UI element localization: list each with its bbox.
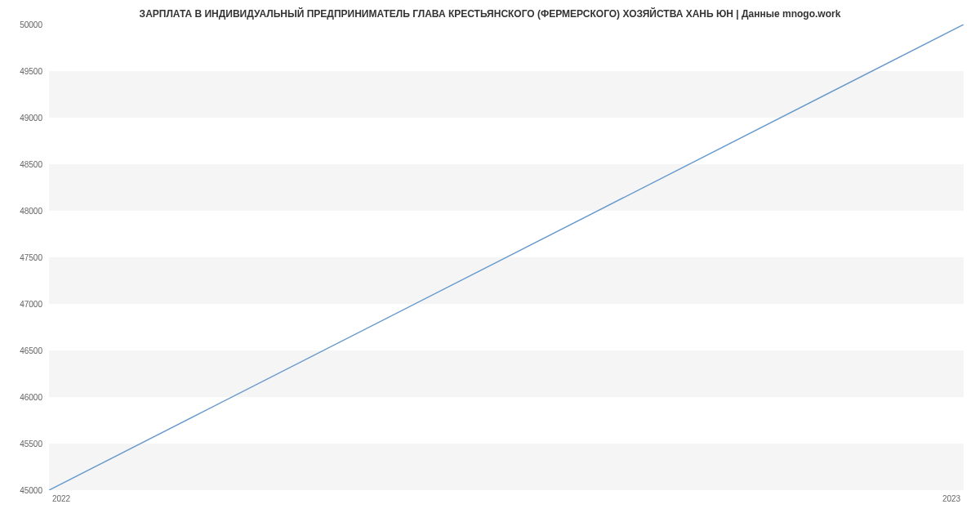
chart-title: ЗАРПЛАТА В ИНДИВИДУАЛЬНЫЙ ПРЕДПРИНИМАТЕЛ… bbox=[0, 0, 980, 24]
y-tick-label: 46000 bbox=[2, 393, 42, 402]
y-tick-label: 47500 bbox=[2, 253, 42, 262]
y-tick-label: 49000 bbox=[2, 114, 42, 123]
y-tick-label: 50000 bbox=[2, 20, 42, 29]
y-tick-label: 49500 bbox=[2, 67, 42, 76]
y-tick-label: 48000 bbox=[2, 207, 42, 216]
plot-area bbox=[49, 25, 964, 490]
y-tick-label: 48500 bbox=[2, 160, 42, 169]
svg-line-0 bbox=[49, 25, 964, 490]
x-tick-label: 2022 bbox=[52, 494, 70, 503]
line-series bbox=[49, 25, 964, 490]
y-tick-label: 46500 bbox=[2, 346, 42, 355]
chart-container: 45000 45500 46000 46500 47000 47500 4800… bbox=[49, 25, 964, 490]
y-tick-label: 45500 bbox=[2, 440, 42, 448]
x-tick-label: 2023 bbox=[942, 494, 960, 503]
y-tick-label: 47000 bbox=[2, 300, 42, 309]
y-tick-label: 45000 bbox=[2, 486, 42, 495]
